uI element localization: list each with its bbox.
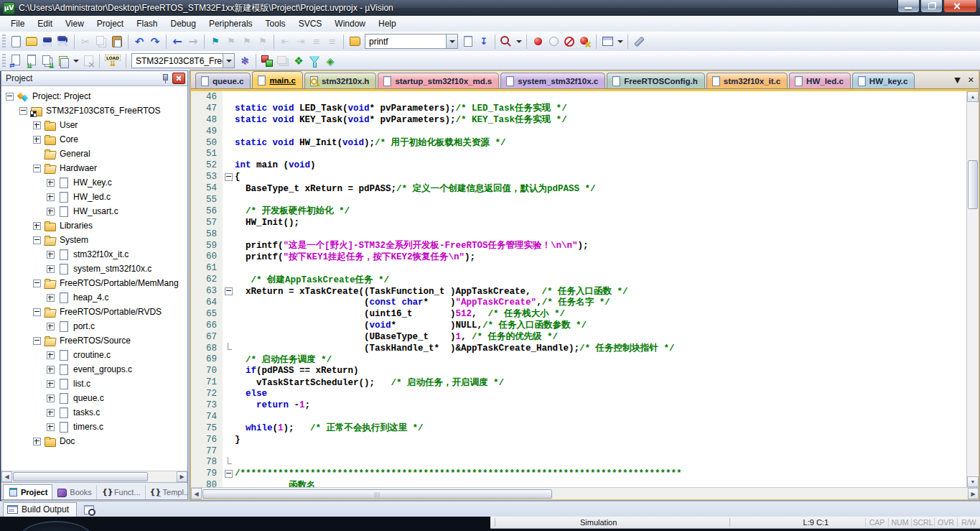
menu-edit[interactable]: Edit [31, 17, 59, 31]
tab-close-icon[interactable]: ✕ [968, 75, 974, 85]
bookmark-toggle-icon[interactable] [208, 34, 223, 49]
search-combobox[interactable]: printf [365, 34, 458, 49]
tab-list-dropdown-icon[interactable]: ▼ [954, 75, 960, 85]
find-doc-icon[interactable] [461, 34, 475, 49]
menu-file[interactable]: File [4, 17, 31, 31]
save-all-icon[interactable] [56, 34, 70, 49]
tree-item-general[interactable]: General [1, 147, 187, 161]
menu-help[interactable]: Help [372, 17, 403, 31]
target-combobox-value[interactable]: STM32F103C8T6_FreeRTC [132, 56, 223, 66]
scroll-right-icon[interactable]: ▶ [177, 471, 187, 482]
code-line-76[interactable]: 76} [191, 434, 966, 445]
tree-item-freertos-source[interactable]: FreeRTOS/Source [1, 333, 187, 348]
build-icon[interactable] [24, 54, 39, 68]
expand-icon[interactable] [47, 179, 55, 187]
tree-item-heap-4-c[interactable]: heap_4.c [1, 290, 187, 305]
drop-arrow-sm-icon[interactable] [515, 34, 523, 49]
tree-item-timers-c[interactable]: timers.c [1, 420, 187, 434]
editor-tab-stm32f10x-h[interactable]: stm32f10x.h [304, 73, 376, 88]
manage-rte-icon[interactable] [260, 54, 274, 68]
tree-item-freertos-portable-memmang[interactable]: FreeRTOS/Portable/MemMang [1, 276, 187, 290]
tree-item-croutine-c[interactable]: croutine.c [1, 348, 187, 362]
drop-arrow-sm-icon[interactable] [72, 54, 80, 68]
search-combobox-value[interactable]: printf [365, 37, 446, 47]
scroll-left-icon[interactable]: ◀ [1, 471, 12, 482]
menu-flash[interactable]: Flash [130, 17, 164, 31]
code-line-58[interactable]: 58 [191, 228, 966, 240]
flash-diamond-icon[interactable] [291, 54, 306, 68]
editor-tab-hw-led-c[interactable]: HW_led.c [789, 73, 851, 88]
scroll-up-icon[interactable]: ▲ [967, 91, 979, 102]
code-line-73[interactable]: 73 return -1; [191, 400, 966, 411]
bp-toggle-icon[interactable] [531, 34, 545, 49]
tree-item-system-stm32f10x-c[interactable]: system_stm32f10x.c [1, 262, 187, 276]
code-line-70[interactable]: 70 if(pdPASS == xReturn) [191, 365, 966, 377]
editor-hscroll-thumb[interactable]: ||| [202, 489, 552, 499]
tree-item-tasks-c[interactable]: tasks.c [1, 405, 187, 420]
find-in-files-result-icon[interactable] [81, 503, 97, 517]
code-line-60[interactable]: 60 printf("按下KEY1挂起任务，按下KEY2恢复任务\n"); [191, 251, 966, 262]
tree-item-event-groups-c[interactable]: event_groups.c [1, 362, 187, 377]
code-line-66[interactable]: 66 (void* )NULL,/* 任务入口函数参数 */ [191, 320, 966, 331]
nav-back-icon[interactable] [170, 34, 185, 49]
bp-enable-icon[interactable] [546, 34, 561, 49]
editor-tab-hw-key-c[interactable]: HW_key.c [852, 73, 915, 88]
editor-horizontal-scrollbar[interactable]: ◀ ||| ▶ [191, 487, 979, 499]
tree-item-libraries[interactable]: Libraries [1, 218, 187, 233]
scroll-left-icon[interactable]: ◀ [191, 488, 202, 499]
code-area[interactable]: 4647static void LED_Task(void* pvParamet… [191, 91, 966, 487]
expand-icon[interactable] [33, 136, 41, 144]
expand-icon[interactable] [47, 265, 55, 273]
panel-tab-books[interactable]: Books [52, 485, 97, 499]
fold-collapse-icon[interactable] [223, 285, 235, 297]
chevron-down-icon[interactable] [446, 34, 457, 48]
code-line-62[interactable]: 62 /* 创建AppTaskCreate任务 */ [191, 274, 966, 285]
tree-item-hw-led-c[interactable]: HW_led.c [1, 190, 187, 204]
code-line-57[interactable]: 57 HW_Init(); [191, 217, 966, 228]
minimize-button[interactable] [897, 0, 920, 13]
editor-tab-freertosconfig-h[interactable]: FreeRTOSConfig.h [607, 73, 705, 88]
batch-build-icon[interactable] [56, 54, 70, 68]
tab-build-output[interactable]: Build Output [3, 502, 77, 517]
code-line-55[interactable]: 55 [191, 194, 966, 206]
expand-icon[interactable] [47, 409, 55, 417]
editor-tab-startup-stm32f10x-md-s[interactable]: startup_stm32f10x_md.s [378, 73, 499, 88]
menu-project[interactable]: Project [90, 17, 130, 31]
tree-item-queue-c[interactable]: queue.c [1, 391, 187, 405]
tree-item-stm32f10x-it-c[interactable]: stm32f10x_it.c [1, 247, 187, 262]
tree-item-doc[interactable]: Doc [1, 434, 187, 448]
collapse-icon[interactable] [6, 93, 14, 101]
redo-icon[interactable] [148, 34, 162, 49]
editor-tab-stm32f10x-it-c[interactable]: stm32f10x_it.c [706, 73, 788, 88]
tree-item-user[interactable]: User [1, 118, 187, 132]
fold-collapse-icon[interactable] [223, 171, 235, 183]
menu-view[interactable]: View [59, 17, 90, 31]
menu-debug[interactable]: Debug [164, 17, 202, 31]
code-line-68[interactable]: 68 (TaskHandle_t* )&AppTaskCreate_Handle… [191, 343, 966, 354]
code-line-71[interactable]: 71 vTaskStartScheduler(); /* 启动任务，开启调度 *… [191, 377, 966, 388]
tree-item-hw-usart-c[interactable]: HW_usart.c [1, 204, 187, 218]
code-line-54[interactable]: 54 BaseType_t xReturn = pdPASS;/* 定义一个创建… [191, 183, 966, 194]
target-combobox[interactable]: STM32F103C8T6_FreeRTC [131, 53, 235, 68]
translate-icon[interactable] [9, 54, 23, 68]
world-diamond-icon[interactable] [323, 54, 337, 68]
menu-window[interactable]: Window [328, 17, 372, 31]
code-line-67[interactable]: 67 (UBaseType_t )1, /* 任务的优先级 */ [191, 331, 966, 343]
expand-icon[interactable] [47, 193, 55, 201]
code-line-50[interactable]: 50static void HW_Init(void);/* 用于初始化板载相关… [191, 137, 966, 149]
code-line-63[interactable]: 63 xReturn = xTaskCreate((TaskFunction_t… [191, 285, 966, 297]
tree-item-project-project[interactable]: Project: Project [1, 89, 187, 103]
expand-icon[interactable] [47, 366, 55, 374]
new-file-icon[interactable] [9, 34, 23, 49]
scroll-right-icon[interactable]: ▶ [968, 488, 979, 499]
restore-button[interactable] [920, 0, 943, 13]
code-line-56[interactable]: 56 /* 开发板硬件初始化 */ [191, 206, 966, 217]
options-wand-icon[interactable] [238, 54, 252, 68]
tree-item-system[interactable]: System [1, 233, 187, 247]
panel-tab-funct[interactable]: Funct... [97, 485, 146, 499]
collapse-icon[interactable] [33, 308, 41, 316]
filter-funnel-icon[interactable] [307, 54, 322, 68]
expand-icon[interactable] [47, 294, 55, 302]
find-in-files-icon[interactable] [347, 34, 362, 49]
panel-close-icon[interactable] [172, 73, 185, 84]
